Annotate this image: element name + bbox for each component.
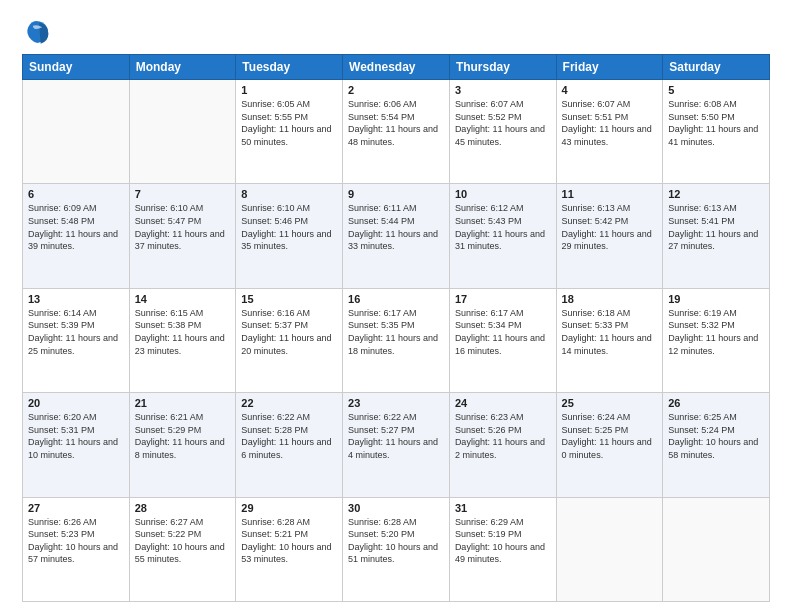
day-info: Sunrise: 6:07 AM Sunset: 5:52 PM Dayligh…	[455, 98, 551, 148]
day-number: 15	[241, 293, 337, 305]
day-info: Sunrise: 6:20 AM Sunset: 5:31 PM Dayligh…	[28, 411, 124, 461]
day-info: Sunrise: 6:13 AM Sunset: 5:42 PM Dayligh…	[562, 202, 658, 252]
calendar-cell: 29Sunrise: 6:28 AM Sunset: 5:21 PM Dayli…	[236, 497, 343, 601]
calendar-cell: 10Sunrise: 6:12 AM Sunset: 5:43 PM Dayli…	[449, 184, 556, 288]
day-number: 11	[562, 188, 658, 200]
logo	[22, 18, 54, 46]
logo-icon	[22, 18, 50, 46]
day-number: 4	[562, 84, 658, 96]
calendar-cell: 30Sunrise: 6:28 AM Sunset: 5:20 PM Dayli…	[343, 497, 450, 601]
day-info: Sunrise: 6:08 AM Sunset: 5:50 PM Dayligh…	[668, 98, 764, 148]
week-row-1: 1Sunrise: 6:05 AM Sunset: 5:55 PM Daylig…	[23, 80, 770, 184]
calendar-cell: 23Sunrise: 6:22 AM Sunset: 5:27 PM Dayli…	[343, 393, 450, 497]
page: SundayMondayTuesdayWednesdayThursdayFrid…	[0, 0, 792, 612]
calendar-cell: 31Sunrise: 6:29 AM Sunset: 5:19 PM Dayli…	[449, 497, 556, 601]
day-info: Sunrise: 6:16 AM Sunset: 5:37 PM Dayligh…	[241, 307, 337, 357]
calendar-cell: 8Sunrise: 6:10 AM Sunset: 5:46 PM Daylig…	[236, 184, 343, 288]
day-number: 29	[241, 502, 337, 514]
day-number: 9	[348, 188, 444, 200]
day-info: Sunrise: 6:28 AM Sunset: 5:20 PM Dayligh…	[348, 516, 444, 566]
day-info: Sunrise: 6:22 AM Sunset: 5:27 PM Dayligh…	[348, 411, 444, 461]
day-info: Sunrise: 6:10 AM Sunset: 5:46 PM Dayligh…	[241, 202, 337, 252]
calendar-cell: 27Sunrise: 6:26 AM Sunset: 5:23 PM Dayli…	[23, 497, 130, 601]
calendar-cell: 13Sunrise: 6:14 AM Sunset: 5:39 PM Dayli…	[23, 288, 130, 392]
day-info: Sunrise: 6:19 AM Sunset: 5:32 PM Dayligh…	[668, 307, 764, 357]
day-info: Sunrise: 6:17 AM Sunset: 5:35 PM Dayligh…	[348, 307, 444, 357]
calendar-cell: 6Sunrise: 6:09 AM Sunset: 5:48 PM Daylig…	[23, 184, 130, 288]
day-info: Sunrise: 6:21 AM Sunset: 5:29 PM Dayligh…	[135, 411, 231, 461]
day-number: 8	[241, 188, 337, 200]
calendar-cell: 22Sunrise: 6:22 AM Sunset: 5:28 PM Dayli…	[236, 393, 343, 497]
week-row-5: 27Sunrise: 6:26 AM Sunset: 5:23 PM Dayli…	[23, 497, 770, 601]
calendar-cell: 14Sunrise: 6:15 AM Sunset: 5:38 PM Dayli…	[129, 288, 236, 392]
weekday-header-friday: Friday	[556, 55, 663, 80]
calendar-cell: 20Sunrise: 6:20 AM Sunset: 5:31 PM Dayli…	[23, 393, 130, 497]
calendar-cell: 25Sunrise: 6:24 AM Sunset: 5:25 PM Dayli…	[556, 393, 663, 497]
calendar-cell: 12Sunrise: 6:13 AM Sunset: 5:41 PM Dayli…	[663, 184, 770, 288]
day-number: 13	[28, 293, 124, 305]
day-info: Sunrise: 6:17 AM Sunset: 5:34 PM Dayligh…	[455, 307, 551, 357]
calendar-cell: 5Sunrise: 6:08 AM Sunset: 5:50 PM Daylig…	[663, 80, 770, 184]
calendar-cell	[23, 80, 130, 184]
day-number: 6	[28, 188, 124, 200]
day-number: 7	[135, 188, 231, 200]
calendar-cell: 7Sunrise: 6:10 AM Sunset: 5:47 PM Daylig…	[129, 184, 236, 288]
day-number: 16	[348, 293, 444, 305]
calendar-cell: 26Sunrise: 6:25 AM Sunset: 5:24 PM Dayli…	[663, 393, 770, 497]
day-number: 5	[668, 84, 764, 96]
calendar-cell: 17Sunrise: 6:17 AM Sunset: 5:34 PM Dayli…	[449, 288, 556, 392]
weekday-header-wednesday: Wednesday	[343, 55, 450, 80]
calendar: SundayMondayTuesdayWednesdayThursdayFrid…	[22, 54, 770, 602]
day-number: 25	[562, 397, 658, 409]
day-number: 26	[668, 397, 764, 409]
day-info: Sunrise: 6:14 AM Sunset: 5:39 PM Dayligh…	[28, 307, 124, 357]
day-info: Sunrise: 6:10 AM Sunset: 5:47 PM Dayligh…	[135, 202, 231, 252]
day-number: 21	[135, 397, 231, 409]
day-number: 1	[241, 84, 337, 96]
day-number: 24	[455, 397, 551, 409]
calendar-cell: 9Sunrise: 6:11 AM Sunset: 5:44 PM Daylig…	[343, 184, 450, 288]
week-row-2: 6Sunrise: 6:09 AM Sunset: 5:48 PM Daylig…	[23, 184, 770, 288]
day-info: Sunrise: 6:15 AM Sunset: 5:38 PM Dayligh…	[135, 307, 231, 357]
calendar-cell: 24Sunrise: 6:23 AM Sunset: 5:26 PM Dayli…	[449, 393, 556, 497]
day-info: Sunrise: 6:24 AM Sunset: 5:25 PM Dayligh…	[562, 411, 658, 461]
calendar-cell: 3Sunrise: 6:07 AM Sunset: 5:52 PM Daylig…	[449, 80, 556, 184]
day-number: 20	[28, 397, 124, 409]
calendar-cell: 28Sunrise: 6:27 AM Sunset: 5:22 PM Dayli…	[129, 497, 236, 601]
day-info: Sunrise: 6:12 AM Sunset: 5:43 PM Dayligh…	[455, 202, 551, 252]
day-number: 10	[455, 188, 551, 200]
weekday-header-saturday: Saturday	[663, 55, 770, 80]
day-info: Sunrise: 6:05 AM Sunset: 5:55 PM Dayligh…	[241, 98, 337, 148]
weekday-header-row: SundayMondayTuesdayWednesdayThursdayFrid…	[23, 55, 770, 80]
weekday-header-thursday: Thursday	[449, 55, 556, 80]
day-number: 23	[348, 397, 444, 409]
day-number: 2	[348, 84, 444, 96]
day-number: 31	[455, 502, 551, 514]
header	[22, 18, 770, 46]
calendar-cell	[556, 497, 663, 601]
calendar-cell	[129, 80, 236, 184]
day-info: Sunrise: 6:13 AM Sunset: 5:41 PM Dayligh…	[668, 202, 764, 252]
calendar-cell: 18Sunrise: 6:18 AM Sunset: 5:33 PM Dayli…	[556, 288, 663, 392]
day-info: Sunrise: 6:26 AM Sunset: 5:23 PM Dayligh…	[28, 516, 124, 566]
day-info: Sunrise: 6:09 AM Sunset: 5:48 PM Dayligh…	[28, 202, 124, 252]
day-info: Sunrise: 6:18 AM Sunset: 5:33 PM Dayligh…	[562, 307, 658, 357]
day-number: 3	[455, 84, 551, 96]
day-number: 12	[668, 188, 764, 200]
week-row-3: 13Sunrise: 6:14 AM Sunset: 5:39 PM Dayli…	[23, 288, 770, 392]
day-number: 19	[668, 293, 764, 305]
day-number: 27	[28, 502, 124, 514]
day-number: 17	[455, 293, 551, 305]
day-info: Sunrise: 6:22 AM Sunset: 5:28 PM Dayligh…	[241, 411, 337, 461]
day-number: 22	[241, 397, 337, 409]
day-number: 28	[135, 502, 231, 514]
calendar-cell	[663, 497, 770, 601]
day-info: Sunrise: 6:23 AM Sunset: 5:26 PM Dayligh…	[455, 411, 551, 461]
calendar-cell: 19Sunrise: 6:19 AM Sunset: 5:32 PM Dayli…	[663, 288, 770, 392]
day-info: Sunrise: 6:11 AM Sunset: 5:44 PM Dayligh…	[348, 202, 444, 252]
day-number: 14	[135, 293, 231, 305]
day-info: Sunrise: 6:06 AM Sunset: 5:54 PM Dayligh…	[348, 98, 444, 148]
calendar-cell: 2Sunrise: 6:06 AM Sunset: 5:54 PM Daylig…	[343, 80, 450, 184]
calendar-cell: 11Sunrise: 6:13 AM Sunset: 5:42 PM Dayli…	[556, 184, 663, 288]
calendar-cell: 4Sunrise: 6:07 AM Sunset: 5:51 PM Daylig…	[556, 80, 663, 184]
